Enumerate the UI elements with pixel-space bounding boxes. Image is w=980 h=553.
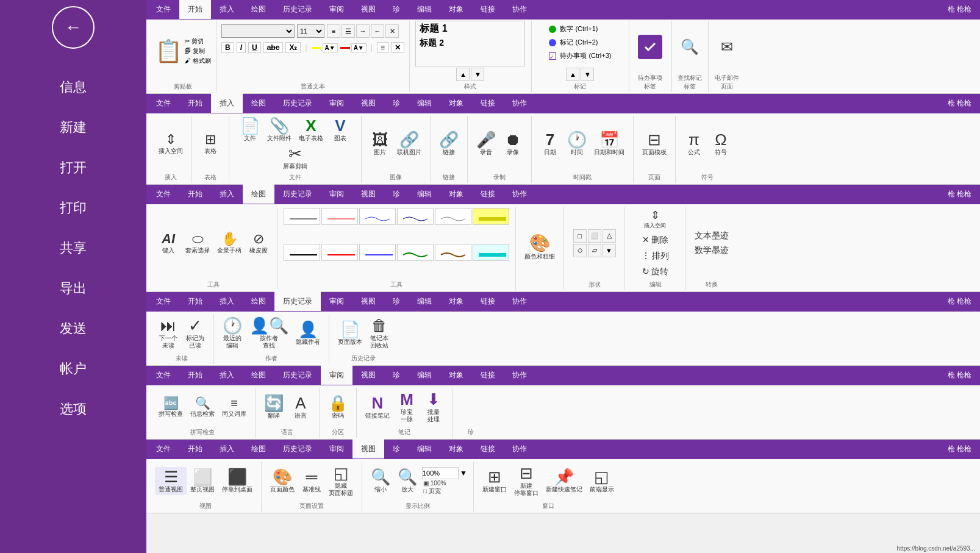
shape-tri[interactable]: △	[603, 229, 616, 243]
symbol-btn[interactable]: Ω 符号	[707, 130, 734, 158]
find-by-author-btn[interactable]: 👤🔍 按作者查找	[246, 316, 292, 351]
tab-link-1[interactable]: 链接	[472, 0, 504, 19]
time-btn[interactable]: 🕐 时间	[563, 130, 590, 158]
pan-btn[interactable]: ✋ 全景手柄	[213, 230, 245, 256]
bold-btn[interactable]: B	[221, 42, 234, 53]
tab-gem-5[interactable]: 珍	[384, 365, 409, 385]
tab-review-6[interactable]: 审阅	[321, 439, 352, 458]
style-up-btn[interactable]: ▲	[456, 68, 470, 81]
translate-btn[interactable]: 🔄 翻译	[260, 393, 287, 421]
back-button[interactable]: ←	[52, 6, 95, 49]
zoom-dropdown[interactable]: ▼	[460, 469, 467, 477]
sidebar-item-options[interactable]: 选项	[0, 389, 146, 429]
tab-review-2[interactable]: 审阅	[321, 93, 352, 113]
tab-gem-1[interactable]: 珍	[384, 0, 409, 19]
tab-object-2[interactable]: 对象	[440, 93, 472, 113]
attach-btn[interactable]: 📎 文件附件	[263, 116, 295, 144]
strikethrough-btn[interactable]: abc	[263, 42, 284, 53]
list-btn-1[interactable]: ≡	[327, 24, 340, 38]
visio-btn[interactable]: V 图表	[327, 116, 354, 144]
dock-desktop-btn[interactable]: ⬛ 停靠到桌面	[218, 467, 256, 495]
tab-edit-4[interactable]: 编辑	[409, 291, 440, 311]
link-btn[interactable]: 🔗 链接	[435, 130, 462, 158]
tab-edit-5[interactable]: 编辑	[409, 365, 440, 385]
zoom-in-btn[interactable]: 🔍 放大	[394, 467, 421, 495]
insert-space-btn[interactable]: ⇕ 插入空间	[155, 131, 187, 157]
tab-collab-3[interactable]: 协作	[504, 184, 535, 204]
tab-draw-5[interactable]: 绘图	[243, 365, 274, 385]
tab-file-6[interactable]: 文件	[148, 439, 179, 458]
tab-start[interactable]: 开始	[179, 0, 211, 19]
sidebar-item-share[interactable]: 共享	[0, 228, 146, 268]
baseline-btn[interactable]: ═ 基准线	[298, 467, 325, 495]
font-name-select[interactable]	[221, 24, 295, 38]
align-btn[interactable]: ≡	[377, 42, 388, 53]
underline-btn[interactable]: U	[248, 42, 261, 53]
page-version-btn[interactable]: 📄 页面版本	[334, 319, 366, 348]
pen-brown-wavy[interactable]	[435, 244, 471, 261]
style-down-btn[interactable]: ▼	[471, 68, 484, 81]
new-quicknote-btn[interactable]: 📌 新建快速笔记	[542, 467, 586, 495]
tab-link-3[interactable]: 链接	[472, 184, 504, 204]
tab-collab-1[interactable]: 协作	[504, 0, 535, 19]
tab-edit-1[interactable]: 编辑	[409, 0, 440, 19]
tab-review-1[interactable]: 审阅	[321, 0, 352, 19]
hide-title-btn[interactable]: ◱ 隐藏页面标题	[325, 463, 357, 499]
full-view-btn[interactable]: ⬜ 整页视图	[187, 467, 218, 495]
tab-draw-1[interactable]: 绘图	[243, 0, 274, 19]
recent-edits-btn[interactable]: 🕐 最近的编辑	[219, 316, 246, 351]
tab-insert-6[interactable]: 插入	[211, 439, 243, 458]
batch-btn[interactable]: ⬇ 批量处理	[420, 390, 447, 425]
highlight-btn[interactable]: A▼	[323, 43, 338, 52]
italic-btn[interactable]: I	[237, 42, 246, 53]
tab-edit-2[interactable]: 编辑	[409, 93, 440, 113]
clear-btn[interactable]: ✕	[391, 42, 404, 53]
tag-scroll-down[interactable]: ▼	[581, 68, 594, 81]
todo-button[interactable]	[638, 35, 662, 59]
tab-object-6[interactable]: 对象	[440, 439, 472, 458]
tab-collab-4[interactable]: 协作	[504, 291, 535, 311]
template-btn[interactable]: ⊟ 页面模板	[638, 130, 670, 158]
date-btn[interactable]: 7 日期	[537, 130, 563, 158]
tab-insert-2[interactable]: 插入	[211, 93, 243, 113]
tab-draw-3[interactable]: 绘图	[243, 184, 274, 204]
mark-read-btn[interactable]: ✓ 标记为已读	[182, 316, 209, 351]
tag-scroll-up[interactable]: ▲	[566, 68, 579, 81]
tab-history-1[interactable]: 历史记录	[274, 0, 321, 19]
tab-gem-4[interactable]: 珍	[384, 291, 409, 311]
shape-para[interactable]: ▱	[588, 244, 601, 257]
arrange-btn[interactable]: ⋮ 排列	[638, 249, 673, 263]
new-window-btn[interactable]: ⊞ 新建窗口	[479, 467, 510, 495]
tab-insert-4[interactable]: 插入	[211, 291, 243, 311]
tab-start-5[interactable]: 开始	[179, 365, 211, 385]
tab-draw-2[interactable]: 绘图	[243, 93, 274, 113]
tab-link-6[interactable]: 链接	[472, 439, 504, 458]
tab-history-3[interactable]: 历史记录	[274, 184, 321, 204]
draw-delete-btn[interactable]: ✕ 删除	[638, 233, 673, 248]
sidebar-item-new[interactable]: 新建	[0, 107, 146, 148]
tab-insert-1[interactable]: 插入	[211, 0, 243, 19]
tab-view-6[interactable]: 视图	[352, 439, 384, 458]
pen-red-thin[interactable]	[321, 208, 358, 225]
tab-history-2[interactable]: 历史记录	[274, 93, 321, 113]
pen-black-medium[interactable]	[284, 244, 320, 261]
subscript-btn[interactable]: X₂	[285, 42, 301, 53]
online-image-btn[interactable]: 🔗 联机图片	[393, 130, 425, 158]
pen-darkblue-wavy[interactable]	[397, 208, 434, 225]
gem-btn[interactable]: M 珍宝一脉	[393, 390, 420, 425]
formula-btn[interactable]: π 公式	[681, 130, 707, 158]
pen-blue-medium[interactable]	[359, 244, 396, 261]
style-h2[interactable]: 标题 2	[416, 37, 524, 50]
tab-view-1[interactable]: 视图	[352, 0, 384, 19]
tab-file-4[interactable]: 文件	[148, 291, 179, 311]
tab-history-5[interactable]: 历史记录	[274, 365, 321, 385]
shape-rounded[interactable]: ⬜	[588, 229, 601, 243]
pen-yellow-thick[interactable]	[473, 208, 509, 225]
image-btn[interactable]: 🖼 图片	[367, 130, 393, 158]
zoom-out-btn[interactable]: 🔍 缩小	[367, 467, 394, 495]
table-btn[interactable]: ⊞ 表格	[197, 131, 224, 157]
file-btn[interactable]: 📄 文件	[237, 116, 263, 144]
tab-history-4[interactable]: 历史记录	[274, 291, 321, 311]
tab-insert-5[interactable]: 插入	[211, 365, 243, 385]
lasso-btn[interactable]: ⬭ 套索选择	[182, 230, 213, 256]
